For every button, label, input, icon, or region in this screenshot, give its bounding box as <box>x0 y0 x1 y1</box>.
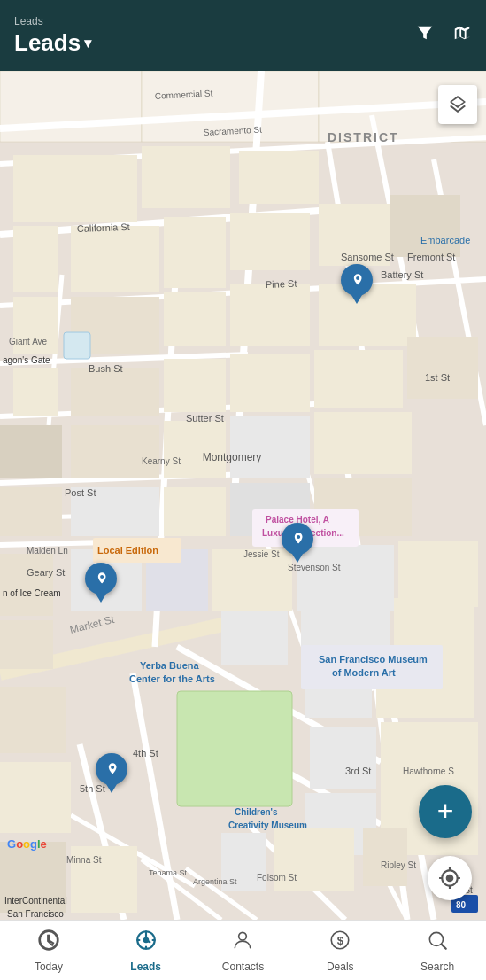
nav-search[interactable]: Search <box>389 921 486 980</box>
svg-rect-76 <box>0 687 66 753</box>
leads-label: Leads <box>130 961 161 973</box>
svg-rect-35 <box>142 146 230 208</box>
svg-text:Maiden Ln: Maiden Ln <box>27 546 68 556</box>
svg-rect-77 <box>310 727 376 789</box>
map-pin-4[interactable] <box>96 753 127 793</box>
map-pin-3[interactable] <box>85 563 117 603</box>
svg-text:Kearny St: Kearny St <box>142 456 181 466</box>
svg-rect-54 <box>0 425 62 478</box>
nav-deals[interactable]: $ Deals <box>291 921 389 980</box>
svg-rect-37 <box>13 226 58 292</box>
svg-text:3rd St: 3rd St <box>345 766 371 776</box>
header-title[interactable]: Leads ▾ <box>14 29 91 57</box>
nav-today[interactable]: Today <box>0 921 97 980</box>
svg-text:Embarcade: Embarcade <box>420 235 470 245</box>
svg-rect-52 <box>314 350 403 408</box>
svg-text:Local Edition: Local Edition <box>97 545 158 556</box>
nav-leads[interactable]: Leads <box>97 921 195 980</box>
pin-icon-4 <box>96 753 127 785</box>
svg-rect-1 <box>0 71 142 142</box>
today-icon <box>37 929 60 957</box>
svg-text:Post St: Post St <box>65 487 96 498</box>
filter-icon[interactable] <box>415 23 435 48</box>
svg-rect-33 <box>177 691 292 806</box>
svg-text:Montgomery: Montgomery <box>203 451 262 463</box>
svg-rect-36 <box>239 151 319 204</box>
svg-rect-38 <box>71 226 159 292</box>
svg-text:San Francisco: San Francisco <box>7 909 64 919</box>
svg-line-146 <box>442 944 446 948</box>
pin-icon-3 <box>85 563 117 595</box>
svg-rect-46 <box>230 284 310 346</box>
svg-rect-53 <box>407 337 478 399</box>
svg-text:Yerba Buena: Yerba Buena <box>140 660 200 671</box>
pin-tail-2 <box>292 554 303 563</box>
svg-text:Creativity Museum: Creativity Museum <box>228 821 307 830</box>
svg-rect-58 <box>314 412 412 474</box>
today-label: Today <box>35 961 63 973</box>
svg-text:Bush St: Bush St <box>89 363 123 374</box>
search-icon <box>426 929 449 957</box>
svg-rect-42 <box>390 195 460 257</box>
svg-text:$: $ <box>337 934 344 947</box>
header-title-area: Leads Leads ▾ <box>14 15 91 57</box>
svg-text:Folsom St: Folsom St <box>257 873 297 883</box>
svg-rect-64 <box>0 554 53 616</box>
svg-rect-71 <box>221 611 288 665</box>
contacts-label: Contacts <box>222 961 264 973</box>
my-location-button[interactable] <box>428 856 472 900</box>
svg-rect-86 <box>363 828 407 886</box>
svg-text:InterContinental: InterContinental <box>4 896 67 906</box>
svg-text:Pine St: Pine St <box>266 278 297 290</box>
svg-text:of Modern Art: of Modern Art <box>332 667 396 678</box>
svg-point-141 <box>143 937 149 943</box>
pin-tail-4 <box>106 784 117 793</box>
svg-rect-51 <box>230 354 310 412</box>
map-view[interactable]: DISTRICT Commercial St Sacramento St Cal… <box>0 71 486 920</box>
app-header: Leads Leads ▾ <box>0 0 486 71</box>
svg-text:DISTRICT: DISTRICT <box>328 130 399 144</box>
svg-rect-39 <box>164 217 226 288</box>
svg-rect-57 <box>230 416 310 478</box>
svg-rect-45 <box>164 292 226 346</box>
svg-text:Sutter St: Sutter St <box>186 413 224 424</box>
svg-text:n of Ice Cream: n of Ice Cream <box>3 588 61 598</box>
svg-text:Ripley St: Ripley St <box>381 860 416 870</box>
svg-text:Giant Ave: Giant Ave <box>9 337 48 346</box>
bottom-navigation: Today Leads Contacts $ D <box>0 920 486 980</box>
svg-rect-55 <box>71 425 159 478</box>
svg-rect-79 <box>0 762 71 833</box>
leads-icon <box>135 929 158 957</box>
svg-rect-49 <box>71 368 159 416</box>
add-lead-button[interactable]: + <box>419 785 472 838</box>
svg-text:1st St: 1st St <box>425 372 450 383</box>
map-pin-2[interactable] <box>282 523 313 563</box>
pin-tail-3 <box>96 594 106 603</box>
pin-tail-1 <box>351 295 362 304</box>
svg-rect-56 <box>164 421 226 478</box>
svg-text:Jessie St: Jessie St <box>243 549 280 559</box>
svg-rect-69 <box>398 541 478 607</box>
svg-text:agon's Gate: agon's Gate <box>3 355 50 365</box>
svg-text:Children's: Children's <box>235 807 278 817</box>
svg-text:Sansome St: Sansome St <box>341 252 394 262</box>
svg-rect-61 <box>164 487 226 536</box>
svg-rect-40 <box>230 213 310 270</box>
map-icon[interactable] <box>452 23 472 48</box>
map-pin-1[interactable] <box>341 264 373 304</box>
svg-text:Battery St: Battery St <box>381 269 423 280</box>
nav-contacts[interactable]: Contacts <box>195 921 292 980</box>
svg-rect-50 <box>164 359 226 412</box>
svg-text:Stevenson St: Stevenson St <box>288 563 341 572</box>
svg-rect-34 <box>13 155 137 222</box>
svg-text:Argentina St: Argentina St <box>193 877 237 886</box>
map-layers-button[interactable] <box>438 85 477 124</box>
svg-text:Hawthorne S: Hawthorne S <box>403 766 454 776</box>
chevron-down-icon[interactable]: ▾ <box>84 35 91 51</box>
svg-text:San Francisco Museum: San Francisco Museum <box>319 654 428 665</box>
svg-rect-88 <box>64 332 90 359</box>
header-subtitle: Leads <box>14 15 91 27</box>
svg-text:Geary St: Geary St <box>27 567 65 578</box>
deals-label: Deals <box>327 961 354 973</box>
svg-point-142 <box>239 932 247 940</box>
